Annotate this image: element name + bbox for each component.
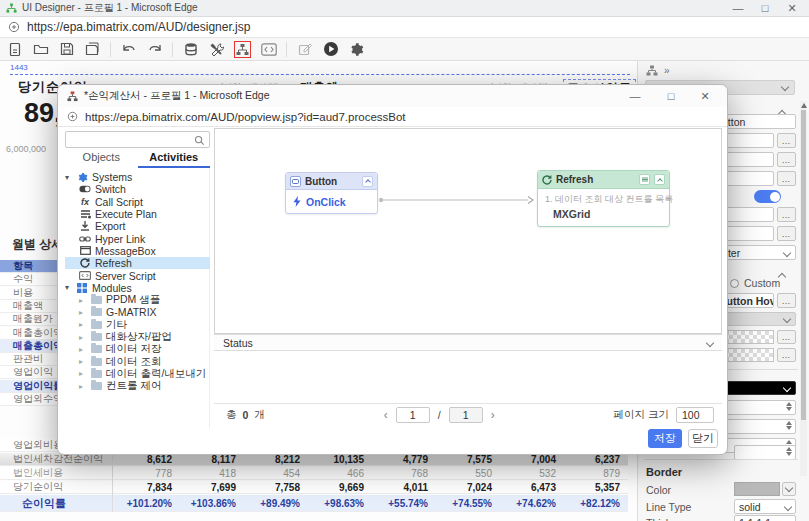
ellipsis-button[interactable]: … bbox=[777, 348, 796, 362]
border-color-swatch[interactable] bbox=[734, 482, 780, 496]
table-row: 당기순이익 7,8347,6997,7589,6694,0117,0246,47… bbox=[0, 481, 628, 494]
tab-objects[interactable]: Objects bbox=[65, 151, 138, 168]
refresh-node[interactable]: Refresh 1. 데이터 조회 대상 컨트롤 목록 MXGrid bbox=[537, 170, 670, 227]
dialog-maximize-button[interactable]: □ bbox=[656, 90, 686, 102]
scrollbar-up-arrow[interactable] bbox=[801, 103, 807, 108]
edit-icon[interactable] bbox=[296, 41, 313, 58]
tab-activities[interactable]: Activities bbox=[138, 151, 211, 168]
scrollbar-thumb[interactable] bbox=[801, 110, 806, 420]
panel-scrollbar[interactable] bbox=[800, 101, 807, 476]
flow-canvas[interactable]: Button OnClick Refresh bbox=[214, 128, 722, 334]
tools-icon[interactable] bbox=[208, 41, 225, 58]
tree-folder-gmatrix[interactable]: ▸G-MATRIX bbox=[65, 306, 210, 318]
database-icon[interactable] bbox=[182, 41, 199, 58]
next-page-icon[interactable]: › bbox=[491, 408, 495, 422]
chevron-right-icon[interactable]: ▸ bbox=[79, 333, 86, 342]
line-type-dropdown[interactable]: solid bbox=[734, 499, 796, 514]
save-as-icon[interactable] bbox=[84, 41, 101, 58]
tree-item-execute-plan[interactable]: Execute Plan bbox=[65, 208, 210, 220]
tree-item-export[interactable]: Export bbox=[65, 220, 210, 232]
tree-group-modules[interactable]: ▾ Modules bbox=[65, 282, 210, 294]
chevron-down-icon[interactable]: ▾ bbox=[65, 283, 72, 292]
tree-folder-dialog-popup[interactable]: ▸대화상자/팝업 bbox=[65, 331, 210, 343]
dialog-urlbar[interactable]: https://epa.bimatrix.com/AUD/popview.jsp… bbox=[58, 107, 727, 127]
chevron-right-icon[interactable]: ▸ bbox=[79, 345, 86, 354]
tree-item-refresh[interactable]: Refresh bbox=[65, 257, 210, 269]
chevron-right-icon[interactable]: ▸ bbox=[79, 369, 86, 378]
collapse-node-icon[interactable] bbox=[362, 176, 373, 187]
save-icon[interactable] bbox=[58, 41, 75, 58]
toggle-switch-on[interactable] bbox=[754, 190, 781, 203]
new-document-icon[interactable] bbox=[6, 41, 23, 58]
site-info-icon[interactable] bbox=[8, 21, 20, 33]
custom-radio[interactable]: Custom bbox=[730, 277, 780, 289]
color-dropdown-button[interactable] bbox=[782, 482, 796, 496]
server-script-icon bbox=[79, 271, 91, 281]
ellipsis-button[interactable]: … bbox=[777, 133, 796, 148]
chevron-right-icon[interactable]: ▸ bbox=[79, 308, 86, 317]
thickness-input[interactable]: 1,1,1,1 bbox=[734, 515, 796, 521]
tree-item-hyper-link[interactable]: Hyper Link bbox=[65, 233, 210, 245]
redo-icon[interactable] bbox=[146, 41, 163, 58]
button-node[interactable]: Button OnClick bbox=[285, 172, 378, 214]
chevron-down-icon[interactable]: ▾ bbox=[65, 173, 72, 182]
tree-folder-data-export[interactable]: ▸데이터 출력/내보내기 bbox=[65, 368, 210, 380]
hierarchy-icon[interactable] bbox=[646, 65, 658, 76]
undo-icon[interactable] bbox=[120, 41, 137, 58]
ellipsis-button[interactable]: … bbox=[777, 207, 796, 222]
process-flow-icon[interactable] bbox=[234, 41, 251, 58]
close-button[interactable]: ✕ bbox=[781, 2, 803, 15]
collapse-node-icon[interactable] bbox=[654, 174, 665, 185]
status-section-header[interactable]: Status bbox=[214, 334, 722, 351]
collapse-panel-icon[interactable]: » bbox=[664, 65, 670, 76]
ellipsis-button[interactable]: … bbox=[777, 330, 796, 344]
run-play-icon[interactable] bbox=[322, 41, 339, 58]
dialog-titlebar: *손익계산서 - 프로필 1 - Microsoft Edge — □ ✕ bbox=[58, 85, 727, 107]
node-list-icon[interactable] bbox=[639, 174, 650, 185]
refresh-node-target[interactable]: MXGrid bbox=[545, 208, 662, 220]
open-folder-icon[interactable] bbox=[32, 41, 49, 58]
code-icon[interactable] bbox=[260, 41, 277, 58]
tree-item-call-script[interactable]: fxCall Script bbox=[65, 196, 210, 208]
search-input[interactable] bbox=[65, 131, 210, 148]
tree-item-switch[interactable]: Switch bbox=[65, 183, 210, 195]
page-input[interactable]: 1 bbox=[396, 407, 430, 423]
ellipsis-button[interactable]: … bbox=[777, 171, 796, 186]
maximize-button[interactable]: □ bbox=[754, 2, 776, 14]
ellipsis-button[interactable]: … bbox=[777, 293, 796, 308]
browser-url[interactable]: https://epa.bimatrix.com/AUD/designer.js… bbox=[27, 20, 250, 34]
folder-icon bbox=[90, 332, 102, 342]
chevron-right-icon[interactable]: ▸ bbox=[79, 296, 86, 305]
site-info-icon[interactable] bbox=[67, 111, 78, 122]
tree-item-server-script[interactable]: Server Script bbox=[65, 269, 210, 281]
tree-folder-data-save[interactable]: ▸데이터 저장 bbox=[65, 343, 210, 355]
chevron-down-icon bbox=[783, 384, 791, 392]
ellipsis-button[interactable]: … bbox=[777, 152, 796, 167]
number-spinner[interactable] bbox=[734, 445, 796, 460]
browser-title: UI Designer - 프로필 1 - Microsoft Edge bbox=[22, 1, 198, 15]
tree-folder-data-query[interactable]: ▸데이터 조회 bbox=[65, 356, 210, 368]
ellipsis-button[interactable]: … bbox=[777, 226, 796, 241]
dialog-close-button[interactable]: ✕ bbox=[692, 90, 718, 103]
chevron-right-icon[interactable]: ▸ bbox=[79, 382, 86, 391]
close-dialog-button[interactable]: 닫기 bbox=[688, 429, 718, 448]
minimize-button[interactable]: — bbox=[727, 2, 749, 14]
dialog-url[interactable]: https://epa.bimatrix.com/AUD/popview.jsp… bbox=[85, 111, 406, 123]
prev-page-icon[interactable]: ‹ bbox=[384, 408, 388, 422]
popup-dialog: *손익계산서 - 프로필 1 - Microsoft Edge — □ ✕ ht… bbox=[57, 84, 728, 455]
chevron-right-icon[interactable]: ▸ bbox=[79, 357, 86, 366]
tree-folder-ppdm[interactable]: ▸PPDM 샘플 bbox=[65, 294, 210, 306]
onclick-event[interactable]: OnClick bbox=[306, 196, 346, 208]
dialog-flow-icon bbox=[67, 91, 78, 102]
chevron-right-icon[interactable]: ▸ bbox=[79, 320, 86, 329]
browser-urlbar[interactable]: https://epa.bimatrix.com/AUD/designer.js… bbox=[0, 17, 809, 38]
tree-folder-control[interactable]: ▸컨트롤 제어 bbox=[65, 380, 210, 392]
page-size-input[interactable]: 100 bbox=[676, 407, 714, 423]
tree-group-systems[interactable]: ▾ Systems bbox=[65, 171, 210, 183]
dialog-minimize-button[interactable]: — bbox=[620, 90, 650, 102]
tree-item-messagebox[interactable]: MessageBox bbox=[65, 245, 210, 257]
settings-gear-icon[interactable] bbox=[348, 41, 365, 58]
tree-folder-etc[interactable]: ▸기타 bbox=[65, 319, 210, 331]
border-section-title: Border bbox=[646, 466, 682, 478]
save-button[interactable]: 저장 bbox=[648, 429, 682, 448]
